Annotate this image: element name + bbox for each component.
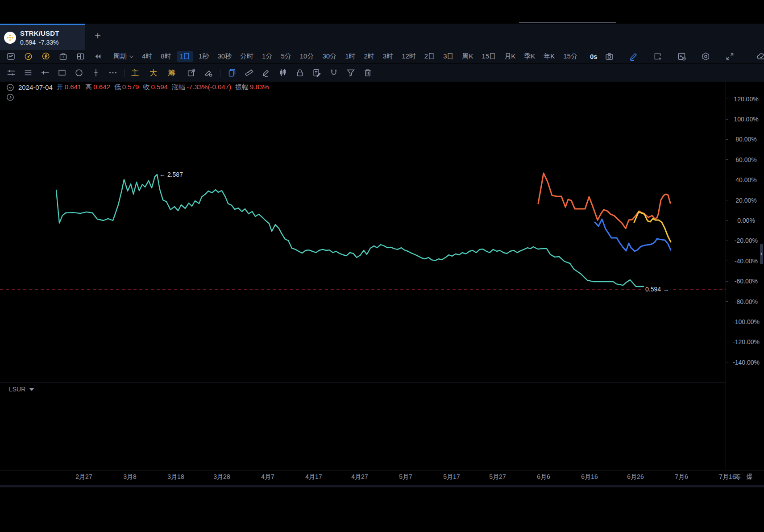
rectangle-tool-icon[interactable] (57, 67, 67, 78)
filter-icon[interactable] (345, 67, 356, 78)
amplitude-label: 振幅 (235, 83, 249, 91)
timeframe-15分[interactable]: 15分 (561, 51, 580, 62)
circle-tool-icon[interactable] (74, 67, 84, 78)
bottom-strip (0, 485, 764, 487)
candlestick-icon[interactable] (278, 67, 288, 78)
indicator-selector[interactable]: LSUR (9, 386, 34, 393)
settings-hexagon-icon[interactable] (701, 51, 711, 62)
rewind-icon[interactable] (92, 51, 103, 62)
x-tick-4月7: 4月7 (261, 473, 274, 481)
timeframe-12时[interactable]: 12时 (399, 51, 419, 62)
toolbar-right: 0s (583, 51, 764, 62)
collapse-chevron-icon[interactable] (6, 83, 14, 91)
timeframe-3时[interactable]: 3时 (380, 51, 396, 62)
x-tick-4月17: 4月17 (305, 473, 322, 481)
timeframe-月K[interactable]: 月K (502, 51, 518, 62)
x-tick-5月27: 5月27 (489, 473, 506, 481)
x-tick-6月16: 6月16 (581, 473, 598, 481)
countdown-timer: 0s (590, 53, 598, 60)
magnet-icon[interactable] (328, 67, 339, 78)
eraser-icon[interactable] (203, 67, 214, 78)
chart-area[interactable]: 2024-07-04 开0.641 高0.642 低0.579 收0.594 涨… (0, 82, 764, 487)
ruler-icon[interactable] (244, 67, 254, 78)
y-tick-40: 40.00% (726, 177, 764, 183)
axis-extra-筹[interactable]: 筹 (735, 473, 741, 481)
pane-divider[interactable] (0, 382, 726, 383)
briefcase-icon[interactable] (58, 51, 68, 62)
expand-chevron-icon[interactable] (6, 93, 14, 101)
indicator-name: LSUR (9, 386, 25, 393)
change-value: -7.33%(-0.047) (187, 83, 231, 91)
y-axis-scrollbar[interactable] (760, 244, 763, 264)
x-tick-3月28: 3月28 (213, 473, 230, 481)
timeframe-2时[interactable]: 2时 (361, 51, 377, 62)
new-tab-button[interactable]: + (91, 30, 104, 42)
amplitude-value: 9.83% (250, 83, 269, 91)
timeframe-周K[interactable]: 周K (460, 51, 476, 62)
y-tick-20: 20.00% (726, 197, 764, 204)
timeframe-2日[interactable]: 2日 (422, 51, 437, 62)
screenshot-badge-icon[interactable] (677, 51, 687, 62)
timeframe-8时[interactable]: 8时 (158, 51, 174, 62)
x-tick-7月6: 7月6 (675, 473, 688, 481)
tab-price: 0.594 (20, 39, 36, 46)
timeframe-分时[interactable]: 分时 (237, 51, 256, 62)
kline-window-icon[interactable] (5, 51, 16, 62)
horizontal-line-icon[interactable] (40, 67, 50, 78)
export-icon[interactable] (186, 67, 197, 78)
period-dropdown[interactable]: 周期 (113, 52, 133, 61)
more-tools-icon[interactable] (108, 67, 118, 78)
timeframe-10分[interactable]: 10分 (297, 51, 317, 62)
y-tick-0: 0.00% (726, 217, 764, 224)
symbol-tab[interactable]: STRK/USDT 0.594-7.33% (0, 24, 85, 50)
layout-columns-icon[interactable] (75, 51, 86, 62)
axis-extra-爆[interactable]: 爆 (747, 473, 753, 481)
timeframe-5分[interactable]: 5分 (278, 51, 294, 62)
x-tick-3月18: 3月18 (167, 473, 184, 481)
timeframe-30分[interactable]: 30分 (320, 51, 339, 62)
workspace-dropdown[interactable]: Crypto (756, 51, 764, 62)
tab-bar: STRK/USDT 0.594-7.33% + (0, 24, 764, 50)
chips-toggle[interactable]: 筹 (168, 68, 175, 78)
fullscreen-icon[interactable] (725, 51, 735, 62)
large-chart-toggle[interactable]: 大 (149, 68, 157, 78)
timeframe-1时[interactable]: 1时 (342, 51, 358, 62)
trash-icon[interactable] (362, 67, 373, 78)
gauge-icon[interactable] (23, 51, 33, 62)
notes-edit-icon[interactable] (311, 67, 322, 78)
selection-mode-icon[interactable] (227, 67, 237, 78)
timeframe-年K[interactable]: 年K (541, 51, 557, 62)
low-label: 低 (114, 83, 121, 91)
freehand-draw-icon[interactable] (261, 67, 271, 78)
open-value: 0.641 (65, 83, 82, 91)
trend-lines-icon[interactable] (6, 67, 17, 78)
y-tick--100: -100.00% (726, 319, 764, 325)
chevron-down-icon (129, 54, 134, 58)
toolbar-divider (749, 53, 749, 61)
timeframe-季K[interactable]: 季K (521, 51, 538, 62)
tab-change: -7.33% (39, 39, 58, 46)
y-tick--40: -40.00% (726, 258, 764, 264)
timeframe-3日[interactable]: 3日 (440, 51, 456, 62)
timeframe-list: 4时8时1日1秒30秒分时1分5分10分30分1时2时3时12时2日3日周K15… (139, 51, 583, 62)
period-label: 周期 (113, 52, 127, 61)
camera-icon[interactable] (604, 51, 615, 62)
cloud-check-icon (756, 51, 764, 62)
new-pane-icon[interactable] (652, 51, 663, 62)
vertical-line-icon[interactable] (91, 67, 101, 78)
draw-pencil-icon[interactable] (628, 51, 639, 62)
timeframe-1分[interactable]: 1分 (259, 51, 275, 62)
timeframe-15日[interactable]: 15日 (479, 51, 499, 62)
y-tick--120: -120.00% (726, 339, 764, 345)
lock-icon[interactable] (295, 67, 305, 78)
x-tick-7月16: 7月16 (719, 473, 735, 481)
x-tick-2月27: 2月27 (75, 473, 92, 481)
parallel-lines-icon[interactable] (23, 67, 33, 78)
timeframe-1日[interactable]: 1日 (177, 51, 193, 62)
change-label: 涨幅 (172, 83, 185, 91)
bolt-badge-icon[interactable] (40, 51, 51, 62)
timeframe-4时[interactable]: 4时 (139, 51, 155, 62)
timeframe-1秒[interactable]: 1秒 (196, 51, 212, 62)
main-chart-toggle[interactable]: 主 (131, 68, 139, 78)
timeframe-30秒[interactable]: 30秒 (215, 51, 234, 62)
